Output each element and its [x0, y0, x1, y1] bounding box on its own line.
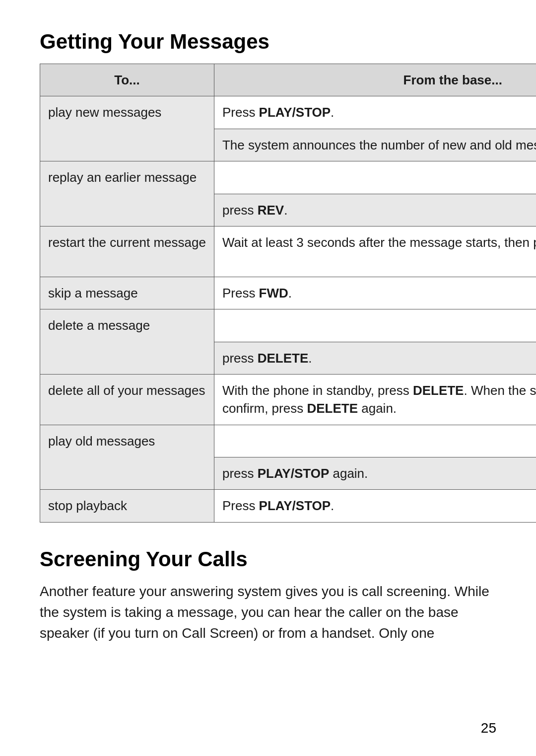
to-cell-restart: restart the current message: [40, 226, 214, 277]
messages-table: To... From the base... From a handset (r…: [40, 64, 536, 523]
base-cell-delete: press DELETE.: [214, 342, 536, 374]
base-cell-play-old: press PLAY/STOP again.: [214, 457, 536, 490]
table-row: play old messages After the system plays…: [40, 425, 536, 457]
screening-body: Another feature your answering system gi…: [40, 581, 496, 644]
to-cell-replay: replay an earlier message: [40, 161, 214, 227]
table-row: play new messages Press PLAY/STOP. Press…: [40, 96, 536, 129]
to-cell-play-new: play new messages: [40, 96, 214, 161]
to-cell-play-old: play old messages: [40, 425, 214, 490]
to-cell-stop: stop playback: [40, 490, 214, 522]
merged-cell-delete: While the message is playing,: [214, 309, 536, 342]
to-cell-skip: skip a message: [40, 277, 214, 309]
base-cell-stop: Press PLAY/STOP.: [214, 490, 536, 522]
table-row: restart the current message Wait at leas…: [40, 226, 536, 277]
table-row: delete a message While the message is pl…: [40, 309, 536, 342]
screening-title: Screening Your Calls: [40, 547, 496, 571]
base-cell-play-new-2: The system announces the number of new a…: [214, 129, 536, 161]
page-title: Getting Your Messages: [40, 30, 496, 54]
base-cell-skip: Press FWD.: [214, 277, 536, 309]
header-to: To...: [40, 64, 214, 96]
base-cell-replay: press REV.: [214, 194, 536, 226]
table-row: stop playback Press PLAY/STOP. Select 5:…: [40, 490, 536, 522]
table-header-row: To... From the base... From a handset (r…: [40, 64, 536, 96]
page-number: 25: [481, 720, 496, 736]
header-base: From the base...: [214, 64, 536, 96]
merged-cell-replay: Within the first 2 seconds of a message,: [214, 161, 536, 194]
table-row: replay an earlier message Within the fir…: [40, 161, 536, 194]
table-row: skip a message Press FWD. Select 3: Skip…: [40, 277, 536, 309]
to-cell-delete-all: delete all of your messages: [40, 374, 214, 425]
to-cell-delete: delete a message: [40, 309, 214, 375]
merged-cell-play-old: After the system plays the new messages,: [214, 425, 536, 457]
base-cell-play-new-1: Press PLAY/STOP.: [214, 96, 536, 129]
base-cell-restart: Wait at least 3 seconds after the messag…: [214, 226, 536, 277]
base-cell-delete-all: With the phone in standby, press DELETE.…: [214, 374, 536, 425]
table-row: delete all of your messages With the pho…: [40, 374, 536, 425]
